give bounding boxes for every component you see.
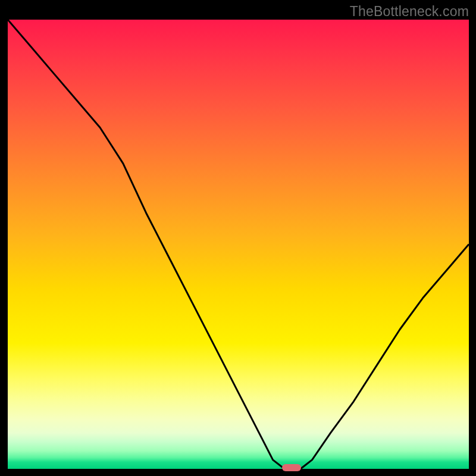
plot-area — [8, 20, 469, 469]
curve-layer — [8, 20, 469, 469]
bottleneck-curve — [8, 20, 469, 469]
attribution-label: TheBottleneck.com — [350, 4, 469, 20]
optimum-marker — [282, 464, 301, 471]
chart-frame: TheBottleneck.com — [0, 0, 476, 476]
